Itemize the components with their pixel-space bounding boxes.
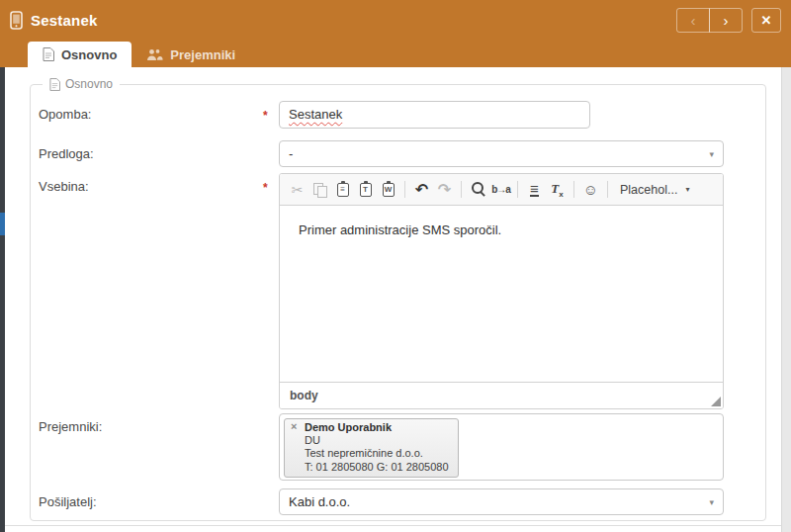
vsebina-label: Vsebina: (39, 173, 263, 194)
toolbar-separator (461, 181, 462, 198)
paste-as-text-icon[interactable]: T (355, 180, 376, 200)
dialog-body: Osnovno Opomba: * Sestanek Predloga: - ▾… (5, 67, 781, 532)
opomba-value: Sestanek (289, 107, 342, 122)
predloga-select[interactable]: - ▾ (279, 140, 724, 167)
tab-osnovno[interactable]: Osnovno (28, 42, 132, 67)
document-icon (49, 78, 60, 91)
chevron-down-icon: ▾ (709, 497, 714, 507)
fieldset-legend: Osnovno (43, 77, 120, 91)
chevron-down-icon: ▾ (709, 149, 714, 159)
editor-status-bar: body (280, 382, 723, 408)
copy-icon[interactable] (309, 180, 330, 200)
row-predloga: Predloga: - ▾ (31, 140, 765, 167)
smiley-icon[interactable]: ☺ (580, 180, 601, 200)
recipient-chip: × Demo Uporabnik DU Test nepremičnine d.… (284, 418, 459, 478)
close-button[interactable]: ✕ (751, 8, 781, 33)
row-opomba: Opomba: * Sestanek (31, 101, 765, 129)
find-icon[interactable] (468, 180, 488, 200)
footer-divider (5, 525, 781, 526)
predloga-label: Predloga: (39, 140, 263, 161)
opomba-input[interactable]: Sestanek (279, 101, 590, 129)
phone-icon (10, 11, 23, 30)
undo-icon[interactable]: ↶ (411, 180, 432, 200)
dialog-title: Sestanek (31, 12, 97, 29)
replace-icon[interactable]: b→a (490, 180, 511, 200)
dialog-header: Sestanek ‹ › ✕ (0, 0, 791, 40)
close-icon: ✕ (761, 14, 772, 27)
osnovno-fieldset: Osnovno Opomba: * Sestanek Predloga: - ▾… (30, 77, 766, 521)
prev-record-button[interactable]: ‹ (676, 8, 710, 33)
placeholder-dropdown[interactable]: Placehol... ▾ (613, 181, 696, 199)
row-vsebina: Vsebina: * ✂ ≡ T W ↶ ↷ (31, 173, 765, 409)
tab-bar: Osnovno Prejemniki (0, 40, 791, 67)
editor-content[interactable]: Primer administracije SMS sporočil. (280, 206, 723, 382)
background-page-edge (0, 67, 5, 532)
redo-icon[interactable]: ↷ (434, 180, 455, 200)
posiljatelj-select[interactable]: Kabi d.o.o. ▾ (279, 488, 724, 515)
posiljatelj-value: Kabi d.o.o. (289, 494, 350, 509)
opomba-label: Opomba: (39, 101, 263, 122)
scrollbar-track[interactable] (781, 67, 791, 532)
toolbar-separator (404, 181, 405, 198)
element-path[interactable]: body (290, 389, 318, 402)
chevron-down-icon: ▾ (685, 185, 689, 194)
remove-format-icon[interactable]: Tx (547, 180, 568, 200)
predloga-value: - (289, 146, 293, 161)
remove-recipient-icon[interactable]: × (291, 420, 297, 433)
resize-handle-icon[interactable] (711, 397, 721, 406)
required-marker: * (263, 101, 279, 123)
placeholder-label: Placehol... (620, 183, 677, 197)
cut-icon[interactable]: ✂ (287, 180, 308, 200)
row-posiljatelj: Pošiljatelj: Kabi d.o.o. ▾ (31, 488, 765, 515)
select-all-icon[interactable]: ≡ (524, 180, 545, 200)
editor-text: Primer administracije SMS sporočil. (299, 222, 501, 237)
header-actions: ‹ › ✕ (676, 8, 781, 33)
recipient-company: Test nepremičnine d.o.o. (305, 447, 449, 460)
legend-label: Osnovno (65, 77, 113, 91)
row-prejemniki: Prejemniki: × Demo Uporabnik DU Test nep… (31, 413, 765, 481)
paste-from-word-icon[interactable]: W (378, 180, 398, 200)
next-icon: › (724, 13, 729, 28)
toolbar-separator (607, 181, 608, 198)
recipient-initials: DU (305, 434, 449, 447)
people-icon (146, 48, 163, 61)
toolbar-separator (517, 181, 518, 198)
next-record-button[interactable]: › (709, 8, 743, 33)
toolbar-separator (573, 181, 574, 198)
tab-prejemniki[interactable]: Prejemniki (132, 42, 250, 67)
tab-label: Osnovno (61, 47, 117, 62)
prejemniki-label: Prejemniki: (39, 413, 263, 434)
editor-toolbar: ✂ ≡ T W ↶ ↷ b→a (280, 174, 723, 206)
recipient-phones: T: 01 2805080 G: 01 2805080 (305, 461, 449, 474)
recipient-name: Demo Uporabnik (305, 421, 449, 434)
required-marker: * (263, 173, 279, 195)
posiljatelj-label: Pošiljatelj: (39, 488, 263, 509)
recipients-field[interactable]: × Demo Uporabnik DU Test nepremičnine d.… (279, 413, 724, 481)
prev-icon: ‹ (691, 13, 696, 28)
document-icon (43, 47, 54, 61)
tab-label: Prejemniki (170, 47, 235, 62)
paste-icon[interactable]: ≡ (332, 180, 353, 200)
rich-text-editor: ✂ ≡ T W ↶ ↷ b→a (279, 173, 724, 409)
